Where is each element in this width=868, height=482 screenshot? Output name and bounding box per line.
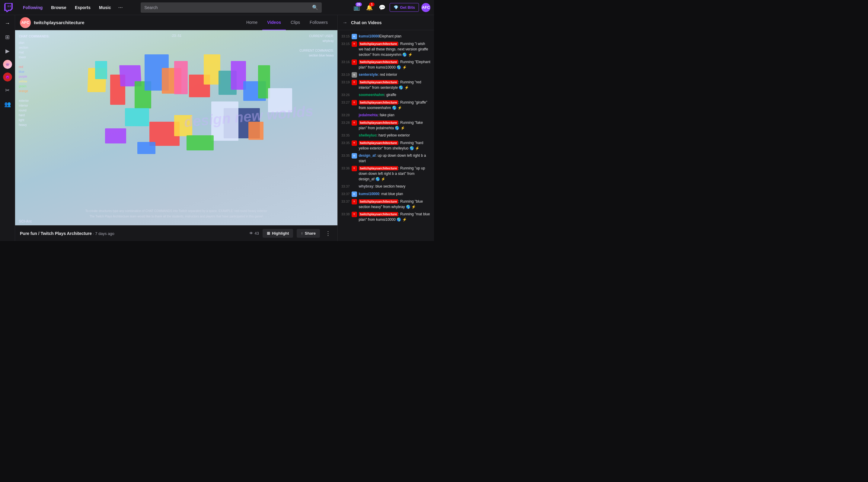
content-area: AFC twitchplaysarchitecture Home Videos …	[15, 15, 337, 241]
video-container[interactable]: -23:-51 CHAT COMMANDS: plan section mat …	[15, 30, 337, 225]
chat-message: 33:37 T twitchplaysarchitecture: Running…	[338, 198, 434, 211]
chat-avatar: T	[351, 120, 357, 126]
chat-username: design_af	[359, 153, 376, 158]
chat-body: jedalmehta: fake plan	[359, 112, 430, 118]
tab-home[interactable]: Home	[242, 15, 262, 30]
video-section: -23:-51 CHAT COMMANDS: plan section mat …	[15, 30, 337, 241]
chat-message: 33:15 T twitchplaysarchitecture: Running…	[338, 40, 434, 58]
sidebar-browse-icon[interactable]: ⊞	[2, 32, 13, 42]
chat-avatar: T	[351, 100, 357, 106]
user-avatar[interactable]: AFC	[421, 3, 430, 12]
chat-avatar: K	[351, 191, 357, 197]
nav-more[interactable]: ···	[115, 0, 126, 15]
chat-body: twitchplaysarchitecture: Running "hard y…	[359, 140, 430, 151]
chat-avatar	[351, 113, 357, 118]
chat-username: twitchplaysarchitecture	[359, 199, 398, 204]
channel-header: AFC twitchplaysarchitecture Home Videos …	[15, 15, 337, 30]
chat-body: twitchplaysarchitecture: Running "red in…	[359, 80, 430, 90]
chat-timestamp: 33:27	[341, 100, 350, 105]
tab-videos[interactable]: Videos	[262, 15, 286, 30]
chat-text: : giraffe	[384, 93, 396, 97]
tab-followers[interactable]: Followers	[305, 15, 333, 30]
chat-avatar: T	[351, 60, 357, 65]
chat-username: twitchplaysarchitecture	[359, 80, 398, 84]
svg-rect-1	[8, 5, 8, 7]
chat-body: twitchplaysarchitecture: Running "fake p…	[359, 120, 430, 131]
nav-right-icons: 📺 26 🔔 1 💬 💎 Get Bits AFC	[351, 2, 430, 13]
chat-username: twitchplaysarchitecture	[359, 60, 398, 64]
messages-button[interactable]: 💬	[377, 2, 387, 13]
chat-messages[interactable]: 33:15 K kumsi10000Elephant plan 33:15 T …	[338, 30, 434, 241]
video-chat-commands: CHAT COMMANDS: plan section mat tower re…	[19, 34, 50, 127]
chat-avatar: T	[351, 80, 357, 85]
chat-avatar: T	[351, 166, 357, 171]
chat-message: 33:36 T twitchplaysarchitecture: Running…	[338, 164, 434, 183]
chat-body: kumsi10000: mat blue plan	[359, 191, 430, 197]
chat-avatar: T	[351, 212, 357, 217]
chat-message: 33:19 T twitchplaysarchitecture: Running…	[338, 79, 434, 91]
nav-esports[interactable]: Esports	[71, 0, 95, 15]
alerts-button[interactable]: 🔔 1	[364, 2, 375, 13]
chat-body: twitchplaysarchitecture: Running "Elepha…	[359, 59, 430, 70]
channel-name: twitchplaysarchitecture	[34, 20, 85, 25]
chat-body: senterstyle: red interior	[359, 72, 430, 77]
video-bottom-bar: Pure fun / Twitch Plays Architecture · 7…	[15, 225, 337, 241]
search-bar[interactable]: 🔍	[141, 2, 322, 13]
search-input[interactable]	[144, 5, 312, 10]
share-button[interactable]: ↑ Share	[297, 229, 320, 238]
chat-timestamp: 33:26	[341, 92, 350, 97]
sidebar-friends-icon[interactable]: 👥	[2, 99, 13, 109]
chat-username: shelleyluo	[359, 133, 377, 138]
chat-avatar	[351, 184, 357, 189]
chat-username: twitchplaysarchitecture	[359, 42, 398, 46]
left-sidebar: → ⊞ ▶ 👾 😈 ✂ 👥	[0, 15, 15, 241]
chat-body: soomeenhahm: giraffe	[359, 92, 430, 97]
bits-icon: 💎	[394, 5, 398, 10]
chat-username: twitchplaysarchitecture	[359, 212, 398, 216]
chat-username: kumsi10000	[359, 34, 379, 38]
chat-username: jedalmehta	[359, 113, 378, 117]
chat-message: 33:27 T twitchplaysarchitecture: Running…	[338, 99, 434, 112]
chat-avatar: T	[351, 41, 357, 47]
chat-avatar	[351, 133, 357, 138]
get-bits-button[interactable]: 💎 Get Bits	[390, 3, 419, 12]
chat-username: soomeenhahm	[359, 93, 384, 97]
chat-avatar: T	[351, 199, 357, 205]
chat-message: 33:28 T twitchplaysarchitecture: Running…	[338, 119, 434, 132]
chat-username: kumsi10000	[359, 192, 379, 196]
chat-avatar: S	[351, 72, 357, 78]
chat-body: twitchplaysarchitecture: Running "i wish…	[359, 41, 430, 57]
nav-following[interactable]: Following	[19, 0, 47, 15]
chat-avatar: K	[351, 34, 357, 39]
chat-timestamp: 33:19	[341, 80, 350, 85]
channel-avatar: AFC	[20, 17, 31, 28]
more-options-button[interactable]: ⋮	[323, 229, 333, 238]
chat-body: twitchplaysarchitecture: Running "giraff…	[359, 100, 430, 111]
sidebar-collapse-icon[interactable]: →	[2, 18, 13, 28]
twitch-logo[interactable]	[4, 3, 13, 12]
chat-header: → Chat on Videos	[338, 15, 434, 30]
sidebar-avatar-1[interactable]: 👾	[3, 60, 12, 69]
chat-collapse-icon[interactable]: →	[343, 20, 347, 25]
chat-body: twitchplaysarchitecture: Running "up up …	[359, 165, 430, 182]
nav-browse[interactable]: Browse	[47, 0, 71, 15]
chat-timestamp: 33:37	[341, 184, 350, 189]
chat-avatar: D	[351, 153, 357, 158]
video-coordinates: -23:-51	[171, 34, 182, 37]
sidebar-video-icon[interactable]: ▶	[2, 46, 13, 56]
video-current-user: CURRENT USER: whybray CURRENT COMMANDS: …	[300, 34, 334, 58]
notifications-button[interactable]: 📺 26	[351, 2, 362, 13]
chat-message: 33:37 K kumsi10000: mat blue plan	[338, 190, 434, 198]
sidebar-avatar-2[interactable]: 😈	[3, 72, 12, 82]
highlight-icon: ⊞	[267, 231, 270, 236]
chat-timestamp: 33:16	[341, 59, 350, 65]
sidebar-scissors-icon[interactable]: ✂	[2, 85, 13, 95]
eye-icon: 👁	[249, 231, 253, 236]
chat-message: 33:37 whybray: blue section heavy	[338, 183, 434, 190]
chat-message: 33:15 K kumsi10000Elephant plan	[338, 33, 434, 40]
nav-music[interactable]: Music	[95, 0, 115, 15]
chat-message: 33:38 T twitchplaysarchitecture: Running…	[338, 211, 434, 223]
tab-clips[interactable]: Clips	[286, 15, 305, 30]
channel-tabs: Home Videos Clips Followers	[242, 15, 333, 30]
highlight-button[interactable]: ⊞ Highlight	[262, 229, 293, 238]
